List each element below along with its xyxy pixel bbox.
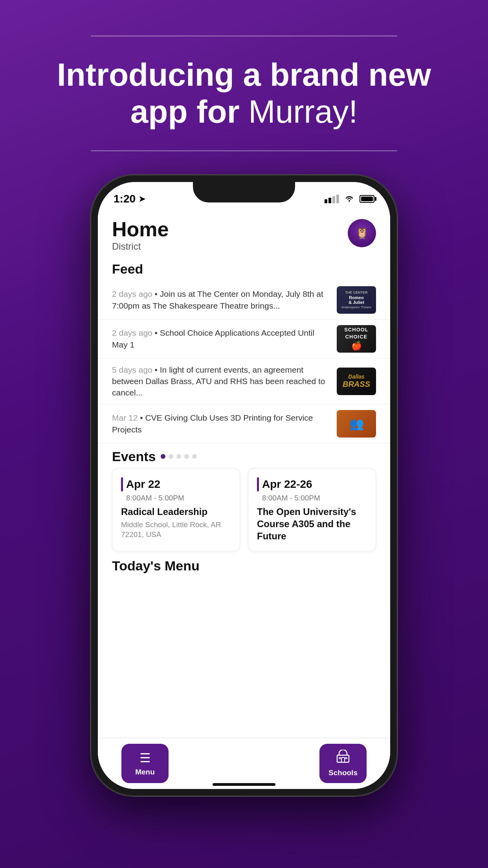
top-divider <box>91 35 397 37</box>
dallas-brass-thumbnail: Dallas BRASS <box>337 368 376 395</box>
phone-notch <box>193 182 295 202</box>
feed-item-2-text: 2 days ago • School Choice Applications … <box>112 327 329 350</box>
feed-item-3[interactable]: 5 days ago • In light of current events,… <box>98 359 390 405</box>
menu-nav-button[interactable]: ☰ Menu <box>121 744 169 783</box>
feed-item-1-text: 2 days ago • Join us at The Center on Mo… <box>112 288 329 311</box>
phone-frame: 1:20 ➤ <box>91 175 397 796</box>
svg-rect-1 <box>341 758 345 762</box>
dot-2 <box>169 454 173 459</box>
feed-item-4-text: Mar 12 • CVE Giving Club Uses 3D Printin… <box>112 412 329 435</box>
events-pagination-dots <box>161 454 197 459</box>
feed-item-2[interactable]: 2 days ago • School Choice Applications … <box>98 320 390 359</box>
time-display: 1:20 <box>114 193 136 205</box>
avatar-image: 🦉 <box>348 219 376 247</box>
feed-item-1-time: 2 days ago <box>112 289 152 298</box>
wifi-icon <box>345 194 354 204</box>
event-1-accent <box>121 477 123 491</box>
feed-item-3-time: 5 days ago <box>112 365 152 374</box>
dot-3 <box>176 454 181 459</box>
feed-section-title: Feed <box>98 258 390 281</box>
page-subtitle: District <box>112 241 169 252</box>
headline-block: Introducing a brand new app for Murray! <box>26 56 462 131</box>
todays-menu-title: Today's Menu <box>98 551 390 577</box>
menu-nav-label: Menu <box>135 768 155 776</box>
home-indicator <box>213 783 275 786</box>
events-section-header: Events <box>98 443 390 468</box>
svg-rect-2 <box>339 757 341 759</box>
status-icons <box>325 194 374 204</box>
app-content: Home District 🦉 Feed 2 days ago • Join u… <box>98 210 390 789</box>
feed-item-4-thumb: 👥 <box>337 410 376 438</box>
school-choice-thumbnail: SCHOOL CHOICE 🍎 <box>337 325 376 353</box>
event-card-2[interactable]: Apr 22-26 8:00AM - 5:00PM The Open Unive… <box>248 468 376 552</box>
romeo-thumbnail: THE CENTER Romeo& Juliet Shakespeare The… <box>337 286 376 314</box>
feed-item-4-content: • CVE Giving Club Uses 3D Printing for S… <box>112 413 313 434</box>
page-title: Home <box>112 219 169 239</box>
menu-icon: ☰ <box>139 750 151 765</box>
headline-line2-light: Murray! <box>248 94 358 129</box>
schools-icon <box>336 750 350 766</box>
dot-1 <box>161 454 165 459</box>
feed-item-4-time: Mar 12 <box>112 413 138 422</box>
bottom-nav: ☰ Menu <box>98 738 390 789</box>
event-2-date-line: Apr 22-26 <box>257 477 367 491</box>
headline-line1: Introducing a brand new <box>57 57 431 92</box>
event-2-date: Apr 22-26 <box>262 478 312 491</box>
event-1-date-line: Apr 22 <box>121 477 231 491</box>
dot-5 <box>192 454 197 459</box>
event-1-date: Apr 22 <box>126 478 160 491</box>
app-header: Home District 🦉 <box>98 210 390 258</box>
location-arrow-icon: ➤ <box>139 194 145 204</box>
feed-item-1-thumb: THE CENTER Romeo& Juliet Shakespeare The… <box>337 286 376 314</box>
feed-item-3-text: 5 days ago • In light of current events,… <box>112 364 329 399</box>
phone-screen: 1:20 ➤ <box>98 182 390 789</box>
home-title-block: Home District <box>112 219 169 252</box>
event-2-time: 8:00AM - 5:00PM <box>257 494 367 502</box>
event-1-time: 8:00AM - 5:00PM <box>121 494 231 502</box>
event-1-location: Middle School, Little Rock, AR 72201, US… <box>121 520 231 539</box>
feed-item-4[interactable]: Mar 12 • CVE Giving Club Uses 3D Printin… <box>98 405 390 443</box>
schools-nav-label: Schools <box>328 769 358 777</box>
event-1-name: Radical Leadership <box>121 506 231 518</box>
signal-bars-icon <box>325 195 339 203</box>
dot-4 <box>184 454 189 459</box>
brass-text: Dallas BRASS <box>343 374 370 388</box>
svg-rect-3 <box>345 757 347 759</box>
events-section-title: Events <box>112 449 156 464</box>
event-2-accent <box>257 477 259 491</box>
feed-item-3-thumb: Dallas BRASS <box>337 368 376 395</box>
schools-nav-button[interactable]: Schools <box>319 744 367 783</box>
headline-line2-bold: app for <box>130 94 240 129</box>
events-row: Apr 22 8:00AM - 5:00PM Radical Leadershi… <box>98 468 390 552</box>
feed-item-1[interactable]: 2 days ago • Join us at The Center on Mo… <box>98 281 390 320</box>
cve-thumbnail: 👥 <box>337 410 376 438</box>
status-time: 1:20 ➤ <box>114 193 145 205</box>
avatar[interactable]: 🦉 <box>348 219 376 247</box>
bottom-divider <box>91 150 397 151</box>
event-2-name: The Open University's Course A305 and th… <box>257 506 367 542</box>
event-card-1[interactable]: Apr 22 8:00AM - 5:00PM Radical Leadershi… <box>112 468 240 552</box>
battery-icon <box>360 195 374 203</box>
feed-item-2-time: 2 days ago <box>112 328 152 337</box>
feed-item-2-thumb: SCHOOL CHOICE 🍎 <box>337 325 376 353</box>
phone-mockup: 1:20 ➤ <box>91 175 397 796</box>
